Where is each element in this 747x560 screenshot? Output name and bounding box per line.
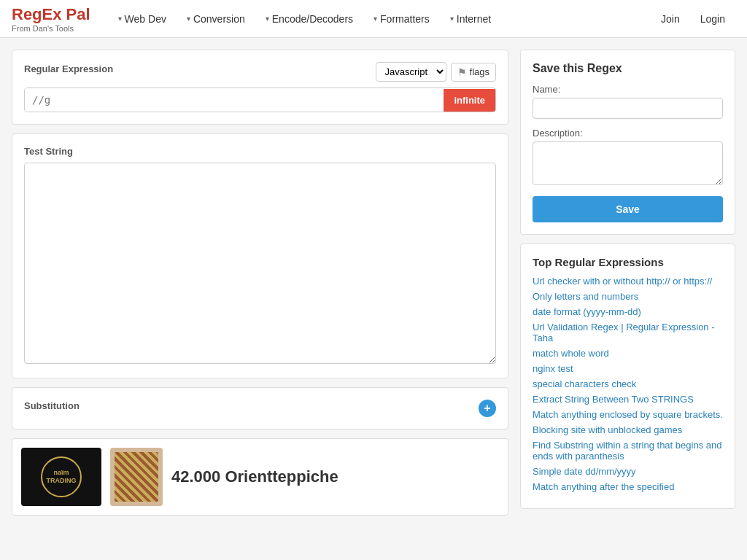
nav-item-internet[interactable]: ▾ Internet (440, 0, 501, 38)
name-input[interactable] (533, 98, 723, 119)
encode-arrow-icon: ▾ (266, 15, 269, 23)
nav-item-encode[interactable]: ▾ Encode/Decoders (255, 0, 363, 38)
nav-item-formatters[interactable]: ▾ Formatters (363, 0, 440, 38)
substitution-header: Substitution + (24, 400, 496, 417)
flags-label: flags (470, 66, 489, 77)
internet-arrow-icon: ▾ (450, 15, 454, 23)
header: RegEx Pal From Dan's Tools ▾ Web Dev ▾ C… (0, 0, 747, 38)
top-regex-list: Url checker with or without http:// or h… (533, 276, 723, 492)
test-string-input[interactable] (24, 163, 496, 364)
top-regex-link[interactable]: Extract String Between Two STRINGS (533, 394, 723, 405)
nav-label-join: Join (661, 13, 680, 25)
brand: RegEx Pal From Dan's Tools (12, 5, 90, 33)
top-regex-link[interactable]: Match anything after the specified (533, 481, 723, 492)
ad-logo-text: naïmTRADING (47, 469, 77, 485)
nav-label-login: Login (700, 13, 725, 25)
ad-logo-container: naïmTRADING (21, 448, 101, 506)
regex-controls: Javascript ⚑ flags (376, 62, 496, 82)
nav-label-encode: Encode/Decoders (272, 13, 353, 25)
substitution-label: Substitution (24, 400, 80, 411)
top-regex-link[interactable]: Only letters and numbers (533, 291, 723, 302)
nav-label-webdev: Web Dev (125, 13, 166, 25)
nav-item-login[interactable]: Login (690, 0, 735, 38)
name-label: Name: (533, 84, 723, 95)
ad-carpet-container (110, 448, 163, 506)
substitution-add-button[interactable]: + (479, 400, 496, 417)
top-regex-link[interactable]: match whole word (533, 348, 723, 359)
conversion-arrow-icon: ▾ (187, 15, 190, 23)
nav-label-formatters: Formatters (380, 13, 430, 25)
nav-right: Join Login (651, 0, 735, 38)
brand-sub: From Dan's Tools (12, 24, 90, 33)
formatters-arrow-icon: ▾ (374, 15, 377, 23)
ad-logo: naïmTRADING (41, 456, 82, 497)
save-regex-card: Save this Regex Name: Description: Save (520, 50, 735, 235)
save-regex-title: Save this Regex (533, 62, 723, 75)
top-regex-title: Top Regular Expressions (533, 256, 723, 268)
substitution-card: Substitution + (12, 387, 508, 429)
top-regex-link[interactable]: nginx test (533, 363, 723, 374)
ad-count: 42.000 (171, 467, 220, 486)
regex-header: Regular Expression Javascript ⚑ flags (24, 62, 496, 82)
left-panel: Regular Expression Javascript ⚑ flags in… (12, 50, 508, 516)
top-regex-link[interactable]: Blocking site with unblocked games (533, 424, 723, 435)
language-select[interactable]: Javascript (376, 62, 446, 82)
regex-input-row: infinite (24, 88, 496, 112)
top-regex-link[interactable]: special characters check (533, 378, 723, 389)
top-regex-link[interactable]: Find Substring within a string that begi… (533, 440, 723, 462)
description-form-group: Description: (533, 128, 723, 187)
top-regex-link[interactable]: Simple date dd/mm/yyyy (533, 466, 723, 477)
main-nav: ▾ Web Dev ▾ Conversion ▾ Encode/Decoders… (108, 0, 735, 38)
nav-label-conversion: Conversion (193, 13, 245, 25)
test-string-label: Test String (24, 146, 496, 157)
nav-item-join[interactable]: Join (651, 0, 690, 38)
top-regex-link[interactable]: date format (yyyy-mm-dd) (533, 306, 723, 317)
top-regex-link[interactable]: Url checker with or without http:// or h… (533, 276, 723, 287)
ad-text: 42.000 Orientteppiche (171, 467, 338, 486)
regex-input[interactable] (25, 88, 444, 112)
nav-item-conversion[interactable]: ▾ Conversion (177, 0, 255, 38)
main-wrapper: Regular Expression Javascript ⚑ flags in… (0, 38, 747, 527)
top-regex-card: Top Regular Expressions Url checker with… (520, 244, 735, 509)
ad-carpet-image (115, 452, 158, 502)
name-form-group: Name: (533, 84, 723, 119)
webdev-arrow-icon: ▾ (118, 15, 122, 23)
flags-button[interactable]: ⚑ flags (451, 63, 496, 82)
nav-item-webdev[interactable]: ▾ Web Dev (108, 0, 177, 38)
regex-section-label: Regular Expression (24, 63, 113, 74)
description-input[interactable] (533, 141, 723, 185)
ad-product: Orientteppiche (225, 467, 338, 486)
regex-card: Regular Expression Javascript ⚑ flags in… (12, 50, 508, 125)
flag-icon: ⚑ (457, 66, 467, 78)
top-regex-link[interactable]: Match anything enclosed by square bracke… (533, 409, 723, 420)
brand-name[interactable]: RegEx Pal (12, 5, 90, 23)
save-button[interactable]: Save (533, 196, 723, 222)
top-regex-link[interactable]: Url Validation Regex | Regular Expressio… (533, 322, 723, 343)
infinite-button[interactable]: infinite (444, 89, 495, 112)
ad-card: naïmTRADING 42.000 Orientteppiche (12, 438, 508, 516)
nav-label-internet: Internet (457, 13, 491, 25)
description-label: Description: (533, 128, 723, 139)
test-string-card: Test String (12, 133, 508, 378)
right-panel: Save this Regex Name: Description: Save … (520, 50, 735, 516)
